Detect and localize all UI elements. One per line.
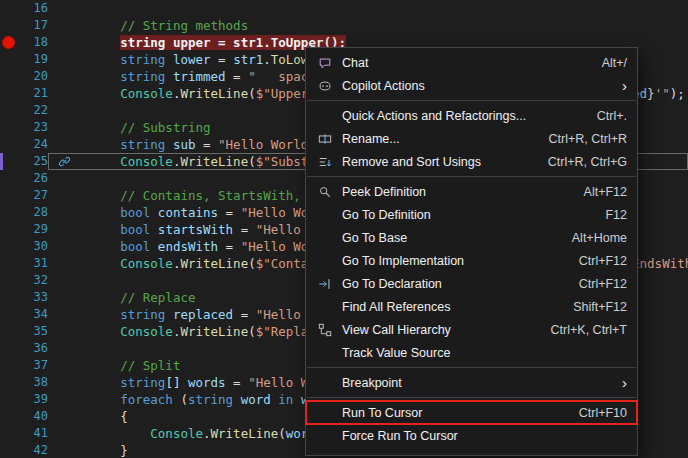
menu-item-find-all-references[interactable]: Find All ReferencesShift+F12 — [306, 295, 637, 318]
code-token: WriteLine — [211, 426, 279, 441]
menu-item-view-call-hierarchy[interactable]: View Call HierarchyCtrl+K, Ctrl+T — [306, 318, 637, 341]
menu-item-breakpoint[interactable]: Breakpoint› — [306, 371, 637, 394]
code-token: endsWith — [158, 239, 218, 254]
code-token: Console — [120, 86, 173, 101]
code-token: ( — [248, 154, 256, 169]
breakpoint-margin[interactable] — [0, 238, 18, 255]
line-number: 31 — [18, 255, 48, 272]
menu-item-rename[interactable]: Rename...Ctrl+R, Ctrl+R — [306, 127, 637, 150]
code-token: // Substring — [120, 120, 210, 135]
breakpoint-margin[interactable] — [0, 255, 18, 272]
code-token: string — [120, 307, 165, 322]
breakpoint-margin[interactable] — [0, 306, 18, 323]
breakpoint-margin[interactable] — [0, 408, 18, 425]
breakpoint-margin[interactable] — [0, 153, 18, 170]
menu-separator — [307, 100, 636, 101]
code-token: { — [120, 409, 128, 424]
breakpoint-margin[interactable] — [0, 68, 18, 85]
code-text[interactable]: // String methods — [48, 17, 688, 34]
line-number: 23 — [18, 119, 48, 136]
breakpoint-margin[interactable] — [0, 136, 18, 153]
code-token: ( — [248, 86, 256, 101]
breakpoint-margin[interactable] — [0, 391, 18, 408]
menu-item-label: Go To Definition — [342, 208, 587, 222]
breakpoint-margin[interactable] — [0, 204, 18, 221]
menu-item-shortcut: Ctrl+. — [597, 109, 627, 123]
code-token: lower — [173, 52, 211, 67]
breakpoint-margin[interactable] — [0, 34, 18, 51]
code-token: } — [120, 443, 128, 458]
code-token: replaced — [173, 307, 233, 322]
code-line[interactable]: 16 — [0, 0, 688, 17]
menu-separator — [307, 367, 636, 368]
breakpoint-margin[interactable] — [0, 170, 18, 187]
breakpoint-margin[interactable] — [0, 51, 18, 68]
line-number: 42 — [18, 442, 48, 458]
breakpoint-margin[interactable] — [0, 0, 18, 17]
menu-item-copilot-actions[interactable]: Copilot Actions› — [306, 74, 637, 97]
menu-item-chat[interactable]: ChatAlt+/ — [306, 51, 637, 74]
code-token — [60, 69, 120, 84]
line-number: 24 — [18, 136, 48, 153]
breakpoint-margin[interactable] — [0, 289, 18, 306]
code-token — [150, 205, 158, 220]
menu-item-go-to-definition[interactable]: Go To DefinitionF12 — [306, 203, 637, 226]
code-token: ( — [248, 256, 256, 271]
breakpoint-margin[interactable] — [0, 85, 18, 102]
line-number: 21 — [18, 85, 48, 102]
code-token — [60, 443, 120, 458]
vs-dark-editor-screen: 1617 // String methods18 string upper = … — [0, 0, 688, 458]
breakpoint-margin[interactable] — [0, 221, 18, 238]
breakpoint-margin[interactable] — [0, 102, 18, 119]
breakpoint-margin[interactable] — [0, 340, 18, 357]
breakpoint-margin[interactable] — [0, 17, 18, 34]
menu-item-shortcut: Ctrl+R, Ctrl+G — [548, 155, 627, 169]
breakpoint-margin[interactable] — [0, 425, 18, 442]
code-token: // String methods — [120, 18, 248, 33]
menu-separator — [307, 397, 636, 398]
code-token: [] — [165, 375, 188, 390]
menu-item-label: Breakpoint — [342, 376, 604, 390]
code-token — [60, 358, 120, 373]
code-token: foreach — [120, 392, 173, 407]
breakpoint-margin[interactable] — [0, 119, 18, 136]
line-number: 26 — [18, 170, 48, 187]
menu-item-go-to-implementation[interactable]: Go To ImplementationCtrl+F12 — [306, 249, 637, 272]
breakpoint-margin[interactable] — [0, 187, 18, 204]
breakpoint-margin[interactable] — [0, 357, 18, 374]
code-token — [165, 137, 173, 152]
code-token: = — [226, 375, 249, 390]
line-number: 27 — [18, 187, 48, 204]
line-number: 35 — [18, 323, 48, 340]
code-token: words — [188, 375, 226, 390]
menu-item-quick-actions-and-refactorings[interactable]: Quick Actions and Refactorings...Ctrl+. — [306, 104, 637, 127]
menu-item-label: Go To Base — [342, 231, 554, 245]
code-line[interactable]: 17 // String methods — [0, 17, 688, 34]
menu-item-peek-definition[interactable]: Peek DefinitionAlt+F12 — [306, 180, 637, 203]
menu-item-label: Run To Cursor — [342, 406, 561, 420]
breakpoint-margin[interactable] — [0, 323, 18, 340]
chat-icon — [318, 56, 342, 70]
menu-item-shortcut: Ctrl+F10 — [579, 406, 627, 420]
code-token: // Split — [120, 358, 180, 373]
copilot-icon — [318, 79, 342, 93]
menu-item-go-to-base[interactable]: Go To BaseAlt+Home — [306, 226, 637, 249]
breakpoint-margin[interactable] — [0, 442, 18, 458]
menu-item-go-to-declaration[interactable]: Go To DeclarationCtrl+F12 — [306, 272, 637, 295]
code-token — [165, 307, 173, 322]
line-number: 40 — [18, 408, 48, 425]
breakpoint-icon[interactable] — [2, 36, 15, 49]
code-token — [165, 69, 173, 84]
code-token — [60, 222, 120, 237]
code-token: ( — [248, 324, 256, 339]
menu-item-track-value-source[interactable]: Track Value Source — [306, 341, 637, 364]
code-token: = — [233, 307, 256, 322]
code-token: word — [241, 392, 271, 407]
code-token: string — [120, 137, 165, 152]
menu-item-force-run-to-cursor[interactable]: Force Run To Cursor — [306, 424, 637, 447]
breakpoint-margin[interactable] — [0, 374, 18, 391]
breakpoint-margin[interactable] — [0, 272, 18, 289]
menu-item-label: Rename... — [342, 132, 531, 146]
menu-item-run-to-cursor[interactable]: Run To CursorCtrl+F10 — [306, 401, 637, 424]
menu-item-remove-and-sort-usings[interactable]: Remove and Sort UsingsCtrl+R, Ctrl+G — [306, 150, 637, 173]
